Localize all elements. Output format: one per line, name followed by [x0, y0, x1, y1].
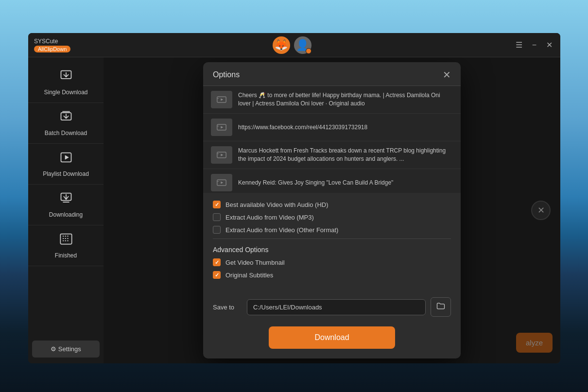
option-label-get-thumbnail[interactable]: Get Video Thumbnail: [225, 259, 285, 266]
checkbox-extract-mp3[interactable]: [213, 213, 221, 221]
single-download-icon: [59, 69, 73, 86]
video-thumbnail: [211, 174, 232, 191]
checkbox-best-video[interactable]: [213, 201, 221, 208]
playlist-download-label: Playlist Download: [43, 170, 89, 177]
checkbox-extract-other[interactable]: [213, 226, 221, 234]
avatar-badge: [306, 48, 311, 54]
save-to-label: Save to: [213, 304, 242, 311]
app-badge: AllClipDown: [34, 46, 70, 52]
advanced-options-title: Advanced Options: [213, 246, 451, 254]
close-button[interactable]: ✕: [544, 38, 554, 51]
list-item[interactable]: Kennedy Reid: Gives Joy Singing "Love Ca…: [203, 169, 461, 193]
sidebar-item-single-download[interactable]: Single Download: [28, 62, 104, 103]
finished-label: Finished: [55, 252, 77, 259]
avatar-group: 🦊 👤: [273, 36, 311, 54]
sidebar-item-finished[interactable]: Finished: [28, 225, 104, 266]
sidebar-footer: ⚙ Settings: [28, 335, 104, 363]
video-title: https://www.facebook.com/reel/4412303917…: [238, 123, 453, 132]
sidebar: Single Download Batch Download Playlist …: [28, 57, 104, 363]
modal-close-button[interactable]: ✕: [443, 70, 451, 80]
app-body: Single Download Batch Download Playlist …: [28, 57, 560, 363]
checkbox-original-subtitles[interactable]: [213, 271, 221, 279]
title-bar: SYSCute AllClipDown 🦊 👤 ☰ − ✕: [28, 33, 560, 57]
batch-download-icon: [59, 110, 73, 127]
minimize-button[interactable]: −: [530, 39, 538, 51]
modal-header: Options ✕: [203, 62, 461, 86]
svg-rect-10: [60, 234, 71, 244]
video-list[interactable]: Cheers 🥂 to more of better life! Happy b…: [203, 86, 461, 193]
option-label-original-subtitles[interactable]: Original Subtitles: [225, 272, 273, 279]
svg-marker-24: [221, 182, 223, 184]
sidebar-item-downloading[interactable]: Downloading: [28, 185, 104, 225]
save-path-input[interactable]: [247, 299, 426, 315]
sidebar-item-playlist-download[interactable]: Playlist Download: [28, 144, 104, 185]
list-item[interactable]: Marcus Hockett from Fresh Tracks breaks …: [203, 141, 461, 169]
option-row-best-video: Best available Video with Audio (HD): [213, 201, 451, 208]
checkbox-get-thumbnail[interactable]: [213, 258, 221, 266]
option-row-extract-mp3: Extract Audio from Video (MP3): [213, 213, 451, 221]
downloading-label: Downloading: [49, 211, 83, 218]
downloading-icon: [59, 191, 73, 208]
sidebar-item-batch-download[interactable]: Batch Download: [28, 103, 104, 144]
video-thumbnail: [211, 146, 232, 164]
svg-marker-6: [65, 155, 69, 159]
video-thumbnail: [211, 119, 232, 136]
download-button[interactable]: Download: [269, 326, 395, 349]
avatar-2[interactable]: 👤: [294, 36, 311, 54]
finished-icon: [59, 232, 73, 249]
video-title: Cheers 🥂 to more of better life! Happy b…: [238, 91, 453, 108]
svg-marker-15: [221, 99, 223, 101]
option-label-best-video[interactable]: Best available Video with Audio (HD): [225, 201, 329, 208]
title-controls: ☰ − ✕: [514, 38, 554, 51]
video-thumbnail: [211, 91, 232, 108]
video-title: Kennedy Reid: Gives Joy Singing "Love Ca…: [238, 179, 453, 187]
settings-button[interactable]: ⚙ Settings: [32, 341, 100, 358]
option-label-extract-mp3[interactable]: Extract Audio from Video (MP3): [225, 214, 314, 221]
option-row-original-subtitles: Original Subtitles: [213, 271, 451, 279]
option-row-get-thumbnail: Get Video Thumbnail: [213, 258, 451, 266]
options-modal: Options ✕ Cheers 🥂 to more of better lif…: [203, 62, 461, 358]
main-content: ✕ alyze Options ✕ Cheers 🥂 to more of: [104, 57, 560, 363]
single-download-label: Single Download: [44, 89, 87, 96]
list-item[interactable]: https://www.facebook.com/reel/4412303917…: [203, 114, 461, 141]
modal-title: Options: [213, 70, 240, 79]
batch-download-label: Batch Download: [45, 130, 87, 136]
download-section: Download: [203, 326, 461, 358]
divider: [213, 239, 451, 239]
playlist-download-icon: [59, 151, 73, 168]
svg-marker-21: [221, 154, 223, 156]
svg-marker-18: [221, 126, 223, 129]
title-bar-left: SYSCute AllClipDown: [34, 38, 70, 52]
options-section: Best available Video with Audio (HD) Ext…: [203, 193, 461, 291]
list-item[interactable]: Cheers 🥂 to more of better life! Happy b…: [203, 86, 461, 114]
avatar-1[interactable]: 🦊: [273, 36, 290, 54]
app-title: SYSCute: [34, 38, 58, 45]
app-window: SYSCute AllClipDown 🦊 👤 ☰ − ✕ Single Dow…: [28, 33, 560, 363]
folder-browse-button[interactable]: [431, 297, 451, 317]
save-to-section: Save to: [203, 291, 461, 326]
video-title: Marcus Hockett from Fresh Tracks breaks …: [238, 147, 453, 163]
menu-button[interactable]: ☰: [514, 38, 524, 51]
option-row-extract-other: Extract Audio from Video (Other Format): [213, 226, 451, 234]
option-label-extract-other[interactable]: Extract Audio from Video (Other Format): [225, 226, 338, 234]
